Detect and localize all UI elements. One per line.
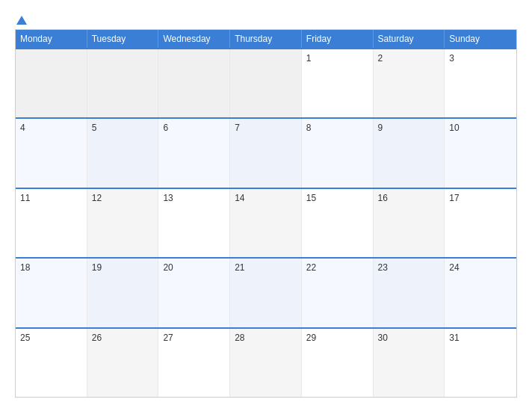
header-cell-wednesday: Wednesday: [158, 30, 230, 48]
calendar-cell: 15: [302, 189, 374, 257]
calendar-cell: 26: [87, 329, 159, 397]
day-number: 4: [20, 123, 25, 133]
calendar-week-2: 45678910: [16, 117, 516, 187]
calendar-cell: 1: [302, 49, 374, 117]
day-number: 13: [163, 193, 173, 203]
day-number: 11: [20, 193, 30, 203]
calendar-cell: 23: [374, 259, 445, 327]
calendar-cell: 17: [445, 189, 516, 257]
logo: [15, 13, 27, 25]
day-number: 2: [378, 53, 383, 64]
day-number: 29: [306, 333, 316, 343]
day-number: 19: [92, 262, 102, 273]
day-number: 23: [378, 262, 388, 273]
day-number: 17: [449, 193, 459, 203]
day-number: 9: [378, 123, 383, 133]
calendar-cell: 9: [374, 119, 445, 187]
logo-triangle-icon: [16, 16, 27, 25]
calendar-cell: [16, 49, 87, 117]
calendar-cell: 6: [158, 119, 230, 187]
day-number: 16: [378, 193, 388, 203]
calendar-cell: 19: [87, 259, 159, 327]
header-cell-sunday: Sunday: [445, 30, 516, 48]
day-number: 31: [449, 333, 459, 343]
day-number: 27: [163, 333, 173, 343]
calendar-header-row: MondayTuesdayWednesdayThursdayFridaySatu…: [16, 30, 516, 48]
calendar-week-5: 25262728293031: [16, 327, 516, 397]
calendar-cell: [87, 49, 159, 117]
calendar-cell: 28: [230, 329, 302, 397]
calendar-cell: 11: [16, 189, 87, 257]
calendar-cell: 4: [16, 119, 87, 187]
calendar-cell: 8: [302, 119, 374, 187]
day-number: 7: [235, 123, 240, 133]
calendar-cell: 14: [230, 189, 302, 257]
calendar-cell: 20: [158, 259, 230, 327]
day-number: 12: [92, 193, 102, 203]
calendar-cell: 29: [302, 329, 374, 397]
calendar-cell: 24: [445, 259, 516, 327]
calendar-cell: 27: [158, 329, 230, 397]
calendar-cell: 30: [374, 329, 445, 397]
calendar-body: 1234567891011121314151617181920212223242…: [16, 48, 516, 397]
calendar-cell: 13: [158, 189, 230, 257]
day-number: 30: [378, 333, 388, 343]
calendar-cell: [230, 49, 302, 117]
header-cell-friday: Friday: [302, 30, 374, 48]
calendar-cell: 5: [87, 119, 159, 187]
calendar-week-1: 123: [16, 48, 516, 117]
day-number: 25: [20, 333, 30, 343]
day-number: 3: [449, 53, 454, 64]
header-cell-monday: Monday: [16, 30, 87, 48]
day-number: 8: [306, 123, 312, 133]
page-header: [15, 13, 517, 25]
day-number: 26: [92, 333, 102, 343]
calendar-week-3: 11121314151617: [16, 188, 516, 257]
calendar-cell: 10: [445, 119, 516, 187]
day-number: 10: [449, 123, 459, 133]
day-number: 15: [306, 193, 316, 203]
calendar-cell: 2: [374, 49, 445, 117]
calendar-cell: 7: [230, 119, 302, 187]
calendar-cell: 12: [87, 189, 159, 257]
calendar-week-4: 18192021222324: [16, 257, 516, 327]
calendar-cell: 16: [374, 189, 445, 257]
calendar-cell: 31: [445, 329, 516, 397]
header-cell-thursday: Thursday: [230, 30, 302, 48]
calendar-page: MondayTuesdayWednesdayThursdayFridaySatu…: [0, 0, 532, 411]
day-number: 22: [306, 262, 316, 273]
day-number: 6: [163, 123, 168, 133]
calendar-cell: [158, 49, 230, 117]
calendar-cell: 25: [16, 329, 87, 397]
day-number: 18: [20, 262, 30, 273]
day-number: 1: [306, 53, 312, 64]
calendar-cell: 21: [230, 259, 302, 327]
header-cell-saturday: Saturday: [374, 30, 445, 48]
calendar-cell: 18: [16, 259, 87, 327]
calendar-grid: MondayTuesdayWednesdayThursdayFridaySatu…: [15, 29, 517, 398]
calendar-cell: 3: [445, 49, 516, 117]
day-number: 21: [235, 262, 244, 273]
day-number: 20: [163, 262, 173, 273]
day-number: 14: [235, 193, 244, 203]
day-number: 5: [92, 123, 97, 133]
header-cell-tuesday: Tuesday: [87, 30, 159, 48]
day-number: 28: [235, 333, 244, 343]
day-number: 24: [449, 262, 459, 273]
calendar-cell: 22: [302, 259, 374, 327]
